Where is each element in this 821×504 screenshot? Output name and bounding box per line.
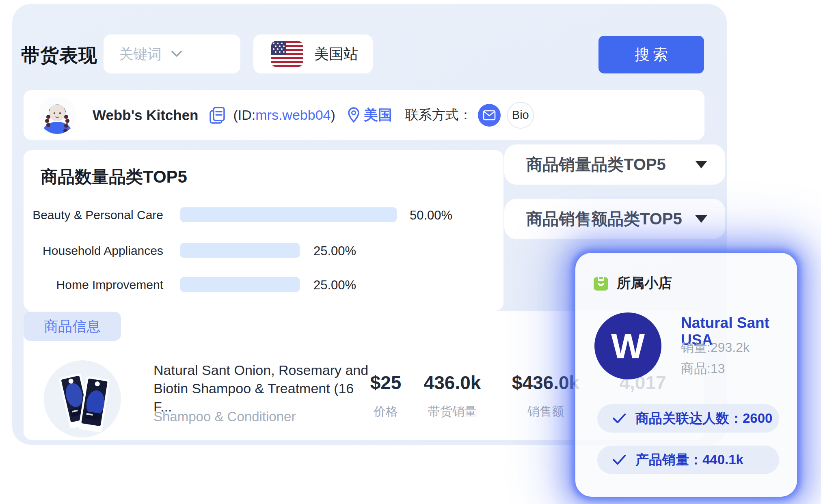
site-label: 美国站 <box>314 44 358 64</box>
check-icon <box>612 413 627 424</box>
shop-card-header: 所属小店 <box>592 274 672 293</box>
metric-sales-volume-label: 带货销量 <box>424 403 481 420</box>
copy-icon[interactable] <box>209 106 227 125</box>
caret-down-icon <box>695 161 707 168</box>
page-canvas: 带货表现 关键词 <box>0 0 821 504</box>
search-button[interactable]: 搜索 <box>598 36 704 73</box>
id-suffix: ) <box>331 107 335 123</box>
bar-value: 25.00% <box>313 278 356 293</box>
shop-avatar: W <box>594 312 661 379</box>
metric-revenue: $436.0k 销售额 <box>512 372 579 420</box>
bar-label: Household Appliances <box>32 244 163 258</box>
bar <box>180 243 300 258</box>
profile-info-row: Webb's Kitchen (ID:mrs.webb04) 美国 联系方式： <box>93 90 534 140</box>
site-selector[interactable]: 美国站 <box>253 34 373 73</box>
page-title: 带货表现 <box>21 43 97 68</box>
shop-stat-creators-text: 商品关联达人数：2600 <box>635 409 772 428</box>
chart-title: 商品数量品类TOP5 <box>41 166 187 188</box>
bar-label: Home Improvement <box>32 278 163 292</box>
product-title[interactable]: Natural Sant Onion, Rosemary and Biotin … <box>153 361 375 416</box>
keyword-placeholder: 关键词 <box>119 45 162 64</box>
product-image <box>44 360 121 437</box>
metric-revenue-value: $436.0k <box>512 372 579 394</box>
search-button-label: 搜索 <box>631 45 671 65</box>
shop-card: 所属小店 W Natural Sant USA 销量:293.2k 商品:13 … <box>575 253 797 497</box>
check-icon <box>612 454 627 465</box>
product-category: Shampoo & Conditioner <box>153 409 296 424</box>
us-flag-icon <box>271 41 303 67</box>
shop-stat-product-sales-text: 产品销量：440.1k <box>635 451 743 469</box>
contact-label: 联系方式： <box>405 106 472 124</box>
stat-label: 产品销量： <box>635 452 702 467</box>
shop-products-label: 商品: <box>681 361 711 376</box>
creator-id-link[interactable]: mrs.webb04 <box>255 107 331 123</box>
metric-sales-volume-value: 436.0k <box>424 372 481 394</box>
bio-label: Bio <box>512 108 529 122</box>
stat-value: 440.1k <box>702 452 743 467</box>
shop-sales-label: 销量: <box>681 340 711 355</box>
location-pin-icon <box>347 106 361 124</box>
shop-stat-creators: 商品关联达人数：2600 <box>597 404 779 433</box>
stat-label: 商品关联达人数： <box>635 411 743 426</box>
shop-bag-icon <box>592 275 609 292</box>
bar <box>180 277 300 292</box>
dropdown-revenue-top5[interactable]: 商品销售额品类TOP5 <box>504 199 725 239</box>
bio-button[interactable]: Bio <box>507 102 534 129</box>
bar-label: Beauty & Personal Care <box>32 208 163 222</box>
stat-value: 2600 <box>743 411 772 426</box>
bar-value: 50.00% <box>410 208 452 223</box>
shop-sales-value: 293.2k <box>711 340 750 355</box>
tab-product-info[interactable]: 商品信息 <box>24 312 121 341</box>
metric-revenue-label: 销售额 <box>512 403 579 420</box>
creator-name: Webb's Kitchen <box>93 107 198 123</box>
shop-avatar-letter: W <box>611 325 645 367</box>
dropdown-sales-top5[interactable]: 商品销量品类TOP5 <box>504 144 725 185</box>
email-button[interactable] <box>478 104 501 127</box>
shop-products: 商品:13 <box>681 360 725 378</box>
mail-icon <box>483 110 496 121</box>
tab-product-info-label: 商品信息 <box>44 317 101 336</box>
metric-price-label: 价格 <box>370 403 402 420</box>
chevron-down-icon <box>171 50 183 58</box>
creator-id: (ID:mrs.webb04) <box>233 107 335 123</box>
metric-sales-volume: 436.0k 带货销量 <box>424 372 481 420</box>
metric-price: $25 价格 <box>370 372 402 420</box>
creator-avatar <box>39 97 76 134</box>
keyword-dropdown[interactable]: 关键词 <box>104 34 240 73</box>
id-prefix: (ID: <box>233 107 255 123</box>
creator-location[interactable]: 美国 <box>364 106 392 125</box>
shop-sales: 销量:293.2k <box>681 339 750 357</box>
dropdown-sales-top5-label: 商品销量品类TOP5 <box>526 153 666 176</box>
dropdown-revenue-top5-label: 商品销售额品类TOP5 <box>526 208 682 230</box>
caret-down-icon <box>695 215 707 223</box>
metric-price-value: $25 <box>370 372 402 394</box>
shop-products-value: 13 <box>711 361 725 376</box>
bar <box>180 207 397 222</box>
bar-value: 25.00% <box>313 244 356 258</box>
shop-stat-product-sales: 产品销量：440.1k <box>597 446 779 474</box>
shop-card-title: 所属小店 <box>617 274 672 293</box>
